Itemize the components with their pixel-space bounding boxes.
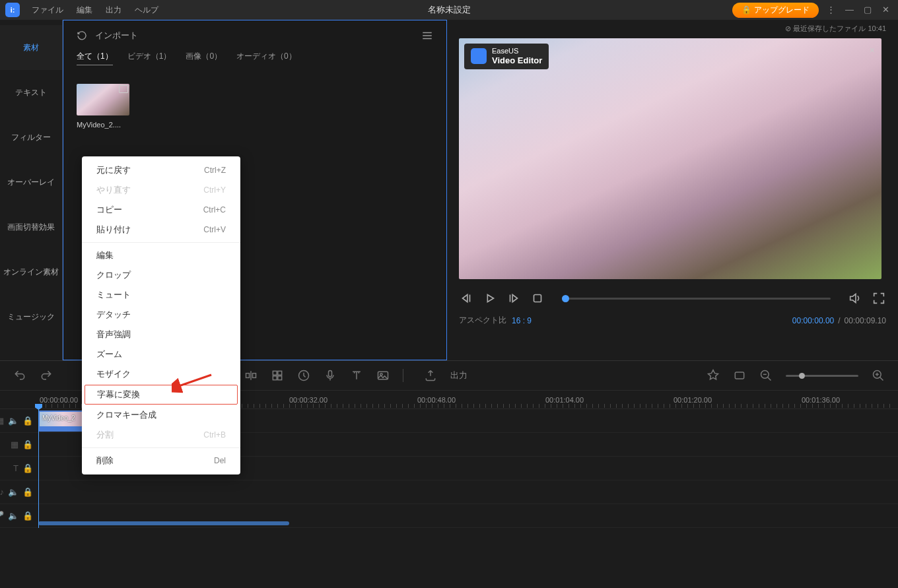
media-thumbnail: [77, 84, 129, 115]
zoom-in-button[interactable]: [872, 369, 885, 382]
sidebar-tab-overlay[interactable]: オーバーレイ: [0, 160, 62, 205]
voice-track-icon: 🎤: [0, 511, 4, 521]
aspect-value[interactable]: 16 : 9: [512, 316, 532, 325]
lock-icon[interactable]: 🔒: [22, 440, 33, 449]
context-menu-item[interactable]: 字幕に変換: [85, 385, 238, 405]
voice-button[interactable]: [324, 369, 337, 382]
filter-tab-image[interactable]: 画像（0）: [186, 51, 222, 65]
export-icon[interactable]: [424, 369, 437, 382]
svg-marker-3: [463, 295, 467, 302]
context-menu-item[interactable]: コピーCtrl+C: [82, 200, 240, 220]
sidebar-tab-music[interactable]: ミュージック: [0, 294, 62, 339]
preview-viewport[interactable]: EaseUSVideo Editor ×: [459, 38, 881, 279]
context-menu-label: 音声強調: [96, 329, 131, 341]
ruler-mark: 00:01:04.00: [545, 396, 584, 404]
time-current: 00:00:00.00: [792, 316, 834, 325]
context-menu-item[interactable]: 編集: [82, 245, 240, 265]
time-total: 00:00:09.10: [845, 316, 886, 325]
menu-help[interactable]: ヘルプ: [129, 2, 164, 18]
context-menu-item[interactable]: 貼り付けCtrl+V: [82, 220, 240, 240]
svg-rect-14: [273, 376, 277, 380]
lock-icon[interactable]: 🔒: [22, 487, 33, 497]
context-menu-label: コピー: [96, 204, 122, 216]
volume-button[interactable]: [848, 291, 862, 306]
context-menu-label: 分割: [96, 429, 114, 441]
mute-icon[interactable]: 🔈: [8, 487, 18, 497]
svg-marker-5: [487, 295, 493, 302]
playhead[interactable]: [38, 409, 39, 528]
context-menu-item[interactable]: 元に戻すCtrl+Z: [82, 160, 240, 180]
media-item[interactable]: MyVideo_2....: [77, 84, 129, 129]
filter-tab-audio[interactable]: オーディオ（0）: [236, 51, 296, 65]
text-button[interactable]: [350, 369, 363, 382]
sidebar-tab-transition[interactable]: 画面切替効果: [0, 205, 62, 249]
pip-track-icon: ▦: [11, 440, 18, 449]
audio-track[interactable]: ♪🔈🔒: [0, 480, 898, 504]
prev-frame-button[interactable]: [459, 291, 473, 306]
split-button[interactable]: [244, 369, 258, 382]
mosaic-button[interactable]: [271, 369, 284, 382]
ruler-mark: 00:00:32.00: [289, 396, 328, 404]
sidebar-tab-filter[interactable]: フィルター: [0, 115, 62, 160]
window-title: 名称未設定: [428, 4, 471, 16]
menu-edit[interactable]: 編集: [71, 2, 98, 18]
list-view-icon[interactable]: [421, 31, 433, 40]
filter-tab-video[interactable]: ビデオ（1）: [127, 51, 172, 65]
watermark-line2: Video Editor: [492, 55, 542, 65]
playback-slider[interactable]: [562, 298, 831, 300]
svg-marker-6: [512, 295, 517, 302]
context-menu-item[interactable]: クロップ: [82, 265, 240, 285]
upgrade-button[interactable]: 🔒 アップグレード: [732, 3, 819, 18]
mute-icon[interactable]: 🔈: [8, 416, 18, 426]
stop-button[interactable]: [530, 291, 545, 306]
mute-icon[interactable]: 🔈: [8, 511, 18, 521]
undo-button[interactable]: [13, 369, 26, 382]
horizontal-scrollbar[interactable]: [38, 521, 289, 525]
next-frame-button[interactable]: [506, 291, 521, 306]
fit-button[interactable]: [733, 369, 746, 382]
lock-icon[interactable]: 🔒: [22, 463, 33, 473]
speed-button[interactable]: [297, 369, 310, 382]
context-menu-item[interactable]: デタッチ: [82, 305, 240, 325]
context-menu-label: 削除: [96, 455, 114, 467]
fullscreen-button[interactable]: [872, 291, 886, 306]
context-menu-shortcut: Ctrl+V: [203, 225, 226, 234]
playback-knob[interactable]: [562, 295, 569, 302]
context-menu-label: やり直す: [96, 184, 131, 196]
lock-icon[interactable]: 🔒: [22, 511, 33, 521]
watermark-badge: EaseUSVideo Editor: [464, 44, 549, 69]
context-menu-label: 貼り付け: [96, 224, 131, 236]
maximize-icon[interactable]: ▢: [864, 5, 874, 15]
minimize-icon[interactable]: —: [845, 5, 856, 15]
zoom-knob[interactable]: [799, 373, 805, 379]
import-button[interactable]: インポート: [95, 30, 138, 42]
context-menu-item[interactable]: モザイク: [82, 364, 240, 384]
sidebar-tab-media[interactable]: 素材: [0, 25, 62, 70]
refresh-icon[interactable]: [77, 30, 87, 41]
redo-button[interactable]: [40, 369, 53, 382]
sidebar-tab-online[interactable]: オンライン素材: [0, 249, 62, 294]
close-icon[interactable]: ✕: [882, 5, 893, 15]
menu-file[interactable]: ファイル: [26, 2, 69, 18]
zoom-out-button[interactable]: [759, 369, 773, 382]
ruler-mark: 00:00:00.00: [40, 396, 78, 404]
time-separator: /: [838, 316, 840, 325]
marker-button[interactable]: [707, 369, 720, 382]
preview-close-icon[interactable]: ×: [870, 45, 875, 55]
image-button[interactable]: [376, 369, 390, 382]
sidebar-tab-text[interactable]: テキスト: [0, 70, 62, 115]
context-menu-item[interactable]: 音声強調: [82, 325, 240, 344]
filter-tab-all[interactable]: 全て（1）: [77, 51, 113, 65]
context-menu-item[interactable]: クロマキー合成: [82, 405, 240, 425]
context-menu-item[interactable]: ズーム: [82, 344, 240, 364]
zoom-slider[interactable]: [786, 375, 858, 377]
ruler-mark: 00:00:48.00: [417, 396, 456, 404]
export-button[interactable]: 出力: [450, 370, 467, 381]
menu-export[interactable]: 出力: [100, 2, 127, 18]
media-filter-tabs: 全て（1） ビデオ（1） 画像（0） オーディオ（0）: [63, 51, 446, 71]
lock-icon[interactable]: 🔒: [22, 416, 33, 426]
context-menu-item[interactable]: 削除Del: [82, 451, 240, 471]
play-button[interactable]: [483, 291, 497, 306]
context-menu-item[interactable]: ミュート: [82, 285, 240, 305]
more-icon[interactable]: ⋮: [827, 5, 837, 15]
